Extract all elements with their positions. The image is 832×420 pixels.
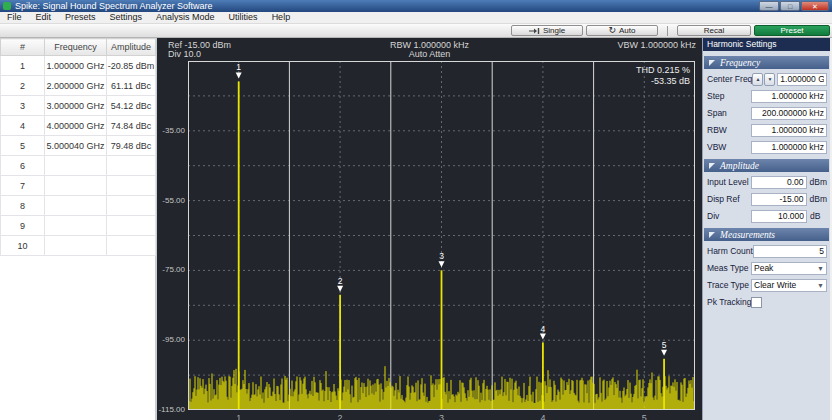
cell-n: 4 [1,116,45,136]
cell-amplitude [107,196,156,216]
setting-row-span: Span [707,106,827,120]
auto-sweep-button[interactable]: ↻ Auto [586,25,658,36]
menu-item-utilities[interactable]: Utilities [222,12,265,23]
preset-button-label: Preset [780,26,803,35]
rbw-field[interactable] [751,124,827,137]
meas-type-select[interactable]: Peak▼ [751,262,827,275]
auto-button-label: Auto [619,26,635,35]
menu-item-file[interactable]: File [0,12,29,23]
section-header-measurements[interactable]: Measurements [704,228,829,241]
setting-row-disp-ref: Disp RefdBm [707,192,827,206]
table-row[interactable]: 44.000000 GHz74.84 dBc [1,116,156,136]
collapse-triangle-icon [709,232,715,238]
harm-count-label: Harm Count [707,246,753,256]
menu-item-presets[interactable]: Presets [58,12,103,23]
pk-tracking-label: Pk Tracking [707,297,751,307]
center-freq-field[interactable] [777,73,827,86]
cell-amplitude: 61.11 dBc [107,76,156,96]
disp-ref-field[interactable] [751,193,807,206]
step-field[interactable] [751,90,827,103]
chevron-down-icon: ▼ [817,265,824,272]
center-freq-label: Center Freq [707,74,752,84]
cell-n: 1 [1,56,45,76]
setting-row-input-level: Input LeveldBm [707,175,827,189]
cell-amplitude: 74.84 dBc [107,116,156,136]
table-row[interactable]: 11.000000 GHz-20.85 dBm [1,56,156,76]
input-level-label: Input Level [707,177,751,187]
menu-item-edit[interactable]: Edit [29,12,59,23]
table-row[interactable]: 55.000040 GHz79.48 dBc [1,136,156,156]
input-level-field[interactable] [751,176,807,189]
cell-n: 5 [1,136,45,156]
cell-amplitude [107,236,156,256]
setting-row-step: Step [707,89,827,103]
app-window: Spike: Signal Hound Spectrum Analyzer So… [0,0,832,420]
step-label: Step [707,91,751,101]
table-row[interactable]: 7 [1,176,156,196]
menu-item-help[interactable]: Help [265,12,298,23]
meas-type-value: Peak [754,263,773,273]
table-header-row: #FrequencyAmplitude [1,39,156,56]
single-sweep-button[interactable]: Single [511,25,583,36]
trace-type-select[interactable]: Clear Write▼ [751,279,827,292]
column-header-amplitude: Amplitude [107,39,156,56]
auto-refresh-icon: ↻ [608,26,616,35]
setting-row-trace-type: Trace TypeClear Write▼ [707,278,827,292]
title-bar: Spike: Signal Hound Spectrum Analyzer So… [0,0,832,12]
cell-frequency: 4.000000 GHz [45,116,107,136]
input-level-unit: dBm [807,177,827,187]
cell-frequency: 3.000000 GHz [45,96,107,116]
table-row[interactable]: 6 [1,156,156,176]
cell-amplitude: 54.12 dBc [107,96,156,116]
table-row[interactable]: 33.000000 GHz54.12 dBc [1,96,156,116]
trace-type-label: Trace Type [707,280,751,290]
cell-n: 6 [1,156,45,176]
y-axis-tick-label: -55.00 [157,196,185,205]
setting-row-rbw: RBW [707,123,827,137]
section-header-frequency[interactable]: Frequency [704,56,829,69]
cell-n: 2 [1,76,45,96]
minimize-icon[interactable]: — [759,1,779,11]
setting-row-pk-tracking: Pk Tracking [707,295,827,309]
menu-item-settings[interactable]: Settings [103,12,150,23]
close-icon[interactable]: ✕ [801,1,829,11]
spectrum-chart[interactable]: 12345 [188,61,695,410]
settings-panel-title: Harmonic Settings [703,38,830,51]
table-row[interactable]: 8 [1,196,156,216]
cell-frequency [45,196,107,216]
setting-row-div: DivdB [707,209,827,223]
svg-text:3: 3 [439,251,444,261]
div-label: Div [707,211,751,221]
x-axis-segment-label: 3 [439,413,444,420]
menu-item-analysis-mode[interactable]: Analysis Mode [149,12,222,23]
y-axis-tick-label: -75.00 [157,265,185,274]
recal-button[interactable]: Recal [677,25,751,36]
pk-tracking-checkbox[interactable] [751,297,762,308]
vbw-field[interactable] [751,141,827,154]
maximize-icon[interactable]: □ [780,1,800,11]
center-freq-stepper: ▲▼ [752,73,775,86]
thd-db-text: -53.35 dB [636,76,690,87]
preset-button[interactable]: Preset [754,25,830,36]
table-row[interactable]: 9 [1,216,156,236]
spin-down-icon[interactable]: ▼ [764,73,775,86]
vbw-text: VBW 1.000000 kHz [617,41,696,50]
spin-up-icon[interactable]: ▲ [752,73,763,86]
setting-row-meas-type: Meas TypePeak▼ [707,261,827,275]
y-axis-tick-label: -95.00 [157,335,185,344]
x-axis-segment-label: 4 [540,413,545,420]
table-row[interactable]: 10 [1,236,156,256]
svg-text:2: 2 [338,276,343,286]
span-field[interactable] [751,107,827,120]
section-header-amplitude[interactable]: Amplitude [704,159,829,172]
section-title: Measurements [720,230,775,240]
div-field[interactable] [751,210,807,223]
table-row[interactable]: 22.000000 GHz61.11 dBc [1,76,156,96]
harmonics-table-panel: #FrequencyAmplitude 11.000000 GHz-20.85 … [0,38,157,420]
single-arrow-icon [529,27,540,35]
cell-amplitude: -20.85 dBm [107,56,156,76]
harm-count-field[interactable] [753,245,827,258]
atten-text: Auto Atten [157,50,702,59]
cell-n: 3 [1,96,45,116]
x-axis-segment-label: 1 [236,413,241,420]
